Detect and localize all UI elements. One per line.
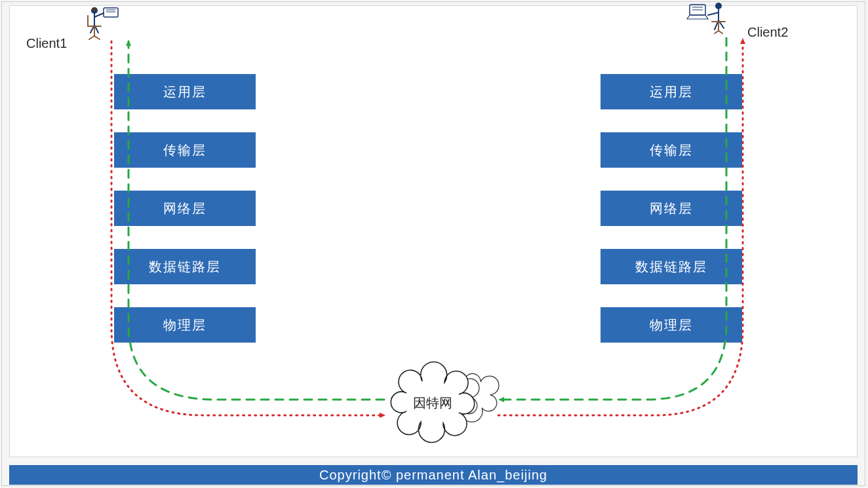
right-layer-datalink: 数据链路层 [601, 249, 742, 284]
client1-label: Client1 [26, 36, 67, 51]
left-layer-physical: 物理层 [114, 307, 256, 343]
diagram-inner-frame [9, 5, 858, 457]
left-layer-application: 运用层 [114, 74, 256, 109]
left-layer-datalink: 数据链路层 [114, 249, 256, 284]
footer-copyright: Copyright© permanent Alan_beijing [9, 465, 858, 485]
left-layer-network: 网络层 [114, 191, 256, 226]
right-layer-transport: 传输层 [601, 132, 742, 168]
right-layer-network: 网络层 [601, 191, 742, 226]
right-layer-physical: 物理层 [601, 307, 742, 343]
left-layer-transport: 传输层 [114, 132, 256, 168]
right-layer-application: 运用层 [601, 74, 742, 109]
client2-label: Client2 [747, 25, 788, 40]
